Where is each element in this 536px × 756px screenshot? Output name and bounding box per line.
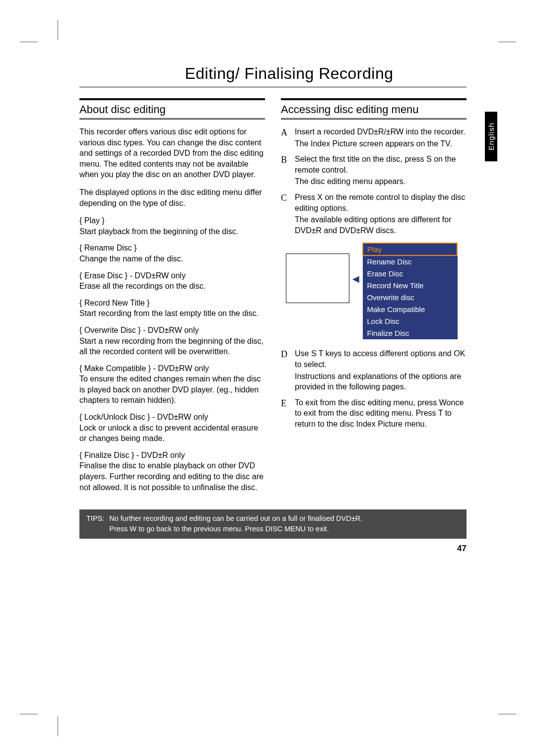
intro-paragraph: The displayed options in the disc editin… <box>79 187 265 208</box>
term-lock: { Lock/Unlock Disc } - DVD±RW only Lock … <box>79 412 265 444</box>
term-desc: To ensure the edited changes remain when… <box>79 375 261 404</box>
language-tab: English <box>485 112 497 161</box>
step-marker: E <box>281 397 290 430</box>
crop-mark <box>498 42 516 42</box>
page-title: Editing/ Finalising Recording <box>77 64 501 83</box>
term-desc: Erase all the recordings on the disc. <box>79 282 205 290</box>
section-heading-about: About disc editing <box>79 98 265 120</box>
term-record-new: { Record New Title } Start recording fro… <box>79 298 265 319</box>
step-sub: The disc editing menu appears. <box>295 176 467 187</box>
menu-item-erase: Erase Disc <box>363 268 457 280</box>
menu-item-overwrite: Overwrite disc <box>363 292 457 304</box>
term-desc: Finalise the disc to enable playback on … <box>79 461 264 491</box>
step-marker: B <box>281 154 290 187</box>
menu-item-make-compatible: Make Compatible <box>363 304 457 315</box>
step-d: D Use S T keys to access different optio… <box>281 348 467 392</box>
step-e: E To exit from the disc editing menu, pr… <box>281 397 467 430</box>
step-text: Select the first title on the disc, pres… <box>295 155 456 174</box>
menu-item-play: Play <box>363 243 457 255</box>
term-title: { Rename Disc } <box>79 243 265 253</box>
crop-mark <box>20 42 38 42</box>
step-c: C Press X on the remote control to displ… <box>281 192 467 236</box>
left-column: About disc editing This recorder offers … <box>79 98 265 499</box>
term-title: { Erase Disc } - DVD±RW only <box>79 270 265 281</box>
disc-menu-figure: ◀ Play Rename Disc Erase Disc Record New… <box>286 243 467 339</box>
term-desc: Lock or unlock a disc to prevent acciden… <box>79 424 258 443</box>
crop-mark <box>20 714 38 714</box>
term-make-compatible: { Make Compatible } - DVD±RW only To ens… <box>79 363 265 406</box>
term-title: { Play } <box>79 215 265 226</box>
menu-item-lock: Lock Disc <box>363 315 457 327</box>
crop-mark <box>498 714 516 714</box>
term-erase: { Erase Disc } - DVD±RW only Erase all t… <box>79 270 265 292</box>
term-desc: Start a new recording from the beginning… <box>79 337 264 356</box>
term-title: { Record New Title } <box>79 298 265 309</box>
term-desc: Start playback from the beginning of the… <box>79 227 238 236</box>
right-column: Accessing disc editing menu A Insert a r… <box>281 98 467 499</box>
menu-item-finalize: Finalize Disc <box>363 327 457 339</box>
step-sub: Instructions and explanations of the opt… <box>295 371 467 392</box>
step-b: B Select the first title on the disc, pr… <box>281 154 467 187</box>
term-overwrite: { Overwrite Disc } - DVD±RW only Start a… <box>79 325 265 357</box>
section-heading-accessing: Accessing disc editing menu <box>281 98 467 120</box>
term-title: { Overwrite Disc } - DVD±RW only <box>79 325 265 336</box>
term-play: { Play } Start playback from the beginni… <box>79 215 265 237</box>
step-sub: The Index Picture screen appears on the … <box>295 138 467 149</box>
menu-item-record-new: Record New Title <box>363 280 457 292</box>
title-rule <box>79 87 467 87</box>
term-title: { Make Compatible } - DVD±RW only <box>79 363 265 374</box>
step-text: Insert a recorded DVD±R/±RW into the rec… <box>295 127 466 136</box>
term-finalize: { Finalize Disc } - DVD±R only Finalise … <box>79 450 265 493</box>
term-desc: Start recording from the last empty titl… <box>79 309 259 317</box>
step-text: Press X on the remote control to display… <box>295 193 465 212</box>
tips-box: TIPS: No further recording and editing c… <box>79 509 467 539</box>
crop-mark <box>58 716 58 736</box>
intro-paragraph: This recorder offers various disc edit o… <box>79 126 265 180</box>
crop-mark <box>58 20 58 40</box>
step-a: A Insert a recorded DVD±R/±RW into the r… <box>281 126 467 149</box>
left-arrow-icon: ◀ <box>352 273 359 284</box>
preview-thumbnail <box>286 253 349 303</box>
term-title: { Lock/Unlock Disc } - DVD±RW only <box>79 412 265 423</box>
step-sub: The available editing options are differ… <box>295 214 467 236</box>
step-text: Use S T keys to access different options… <box>295 349 465 369</box>
tips-label: TIPS: <box>86 513 104 534</box>
step-marker: D <box>281 348 290 392</box>
page-number: 47 <box>57 544 467 554</box>
term-title: { Finalize Disc } - DVD±R only <box>79 450 265 461</box>
step-marker: C <box>281 192 290 236</box>
tips-line1: No further recording and editing can be … <box>109 514 362 522</box>
term-rename: { Rename Disc } Change the name of the d… <box>79 243 265 264</box>
term-desc: Change the name of the disc. <box>79 254 183 263</box>
manual-page: English Editing/ Finalising Recording Ab… <box>0 0 536 756</box>
step-text: To exit from the disc editing menu, pres… <box>295 398 464 428</box>
two-column-layout: About disc editing This recorder offers … <box>79 98 467 499</box>
tips-body: No further recording and editing can be … <box>109 513 362 534</box>
disc-edit-menu: Play Rename Disc Erase Disc Record New T… <box>362 243 458 339</box>
menu-item-rename: Rename Disc <box>363 255 457 268</box>
step-marker: A <box>281 126 290 149</box>
tips-line2: Press W to go back to the previous menu.… <box>109 525 329 533</box>
